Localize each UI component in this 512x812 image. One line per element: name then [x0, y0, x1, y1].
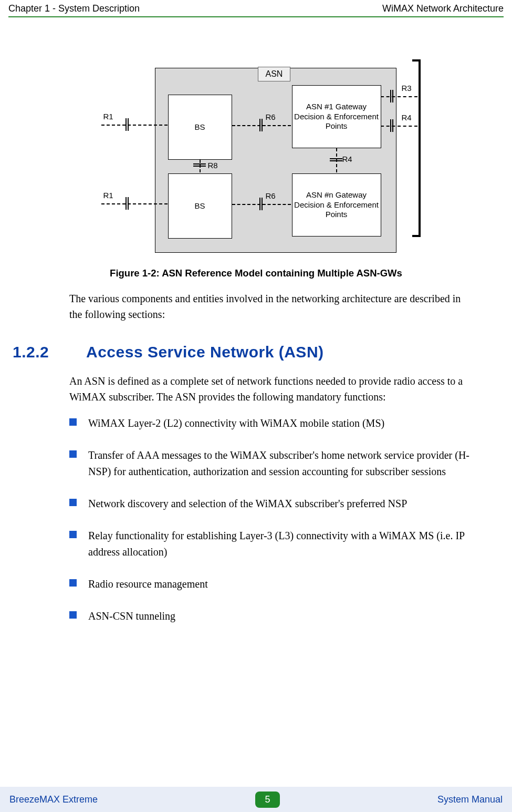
label-r6-b: R6 [266, 191, 276, 200]
interface-tick-icon [193, 162, 206, 168]
link-r3 [381, 96, 417, 97]
node-bs-1: BS [168, 95, 232, 160]
label-r3: R3 [402, 84, 412, 92]
label-r4-ext: R4 [402, 113, 412, 122]
label-r8: R8 [208, 161, 218, 170]
header-rule [8, 16, 504, 17]
list-item: Relay functionality for establishing Lay… [69, 528, 472, 560]
section-number: 1.2.2 [13, 340, 61, 364]
section-paragraph: An ASN is defined as a complete set of n… [69, 373, 472, 405]
asn-container: ASN BS BS ASN #1 Gateway Decision & Enfo… [155, 68, 396, 253]
bracket-icon [412, 59, 421, 237]
asn-container-label: ASN [258, 67, 291, 81]
node-gateway-n: ASN #n Gateway Decision & Enforcement Po… [292, 173, 381, 237]
page-footer: BreezeMAX Extreme 5 System Manual [0, 787, 512, 812]
node-bs-2: BS [168, 173, 232, 239]
link-r1-a [101, 125, 168, 126]
intro-paragraph: The various components and entities invo… [69, 291, 472, 322]
link-r4-ext [381, 126, 417, 127]
list-item: Network discovery and selection of the W… [69, 496, 472, 512]
bullet-list: WiMAX Layer-2 (L2) connectivity with WiM… [69, 415, 472, 624]
footer-right: System Manual [437, 794, 503, 805]
figure-caption: Figure 1-2: ASN Reference Model containi… [91, 268, 422, 279]
list-item: Radio resource management [69, 576, 472, 592]
interface-tick-icon [258, 198, 264, 210]
label-r4: R4 [342, 155, 352, 163]
label-r1-a: R1 [103, 112, 113, 121]
header-right: WiMAX Network Architecture [382, 3, 504, 14]
interface-tick-icon [124, 118, 130, 131]
list-item: WiMAX Layer-2 (L2) connectivity with WiM… [69, 415, 472, 431]
page-header: Chapter 1 - System Description WiMAX Net… [0, 0, 512, 14]
list-item: Transfer of AAA messages to the WiMAX su… [69, 447, 472, 480]
interface-tick-icon [389, 90, 394, 102]
footer-left: BreezeMAX Extreme [9, 794, 98, 805]
section-title: Access Service Network (ASN) [86, 340, 324, 364]
header-left: Chapter 1 - System Description [8, 3, 140, 14]
interface-tick-icon [124, 197, 130, 210]
label-r6-a: R6 [266, 112, 276, 121]
label-r1-b: R1 [103, 191, 113, 200]
figure-diagram: ASN BS BS ASN #1 Gateway Decision & Enfo… [91, 59, 422, 279]
link-r1-b [101, 203, 168, 204]
list-item: ASN-CSN tunneling [69, 608, 472, 624]
interface-tick-icon [389, 119, 394, 132]
node-gateway-1: ASN #1 Gateway Decision & Enforcement Po… [292, 85, 381, 148]
page-number-badge: 5 [255, 792, 279, 808]
section-heading: 1.2.2 Access Service Network (ASN) [13, 340, 472, 364]
interface-tick-icon [258, 119, 264, 131]
interface-tick-icon [330, 157, 342, 162]
